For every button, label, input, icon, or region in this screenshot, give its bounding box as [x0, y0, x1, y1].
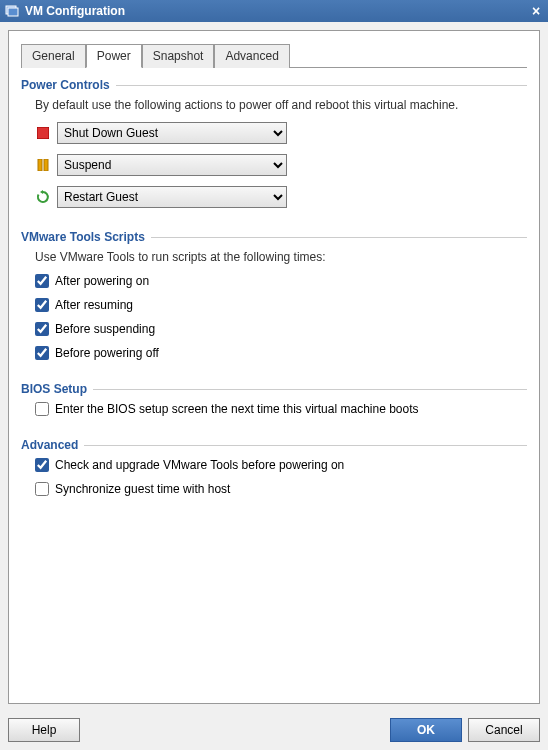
section-bios: BIOS Setup Enter the BIOS setup screen t…: [21, 382, 527, 426]
checkbox-after-power-on[interactable]: After powering on: [35, 274, 527, 288]
section-power-controls: Power Controls By default use the follow…: [21, 78, 527, 218]
help-button[interactable]: Help: [8, 718, 80, 742]
tab-snapshot[interactable]: Snapshot: [142, 44, 215, 68]
checkbox-enter-bios-input[interactable]: [35, 402, 49, 416]
tab-power[interactable]: Power: [86, 44, 142, 68]
tools-scripts-desc: Use VMware Tools to run scripts at the f…: [35, 250, 527, 264]
ok-button[interactable]: OK: [390, 718, 462, 742]
checkbox-after-resuming[interactable]: After resuming: [35, 298, 527, 312]
footer: Help OK Cancel: [8, 710, 540, 742]
section-title-bios: BIOS Setup: [21, 382, 93, 396]
checkbox-before-powering-off-input[interactable]: [35, 346, 49, 360]
section-title-tools-scripts: VMware Tools Scripts: [21, 230, 151, 244]
checkbox-before-powering-off[interactable]: Before powering off: [35, 346, 527, 360]
checkbox-enter-bios[interactable]: Enter the BIOS setup screen the next tim…: [35, 402, 527, 416]
window-body: General Power Snapshot Advanced Power Co…: [0, 22, 548, 750]
restart-icon: [35, 189, 51, 205]
checkbox-sync-time-input[interactable]: [35, 482, 49, 496]
checkbox-sync-time[interactable]: Synchronize guest time with host: [35, 482, 527, 496]
svg-rect-4: [44, 159, 48, 171]
power-controls-desc: By default use the following actions to …: [35, 98, 527, 112]
tab-general[interactable]: General: [21, 44, 86, 68]
pause-icon: [35, 157, 51, 173]
checkbox-before-suspending[interactable]: Before suspending: [35, 322, 527, 336]
svg-rect-1: [8, 8, 18, 16]
checkbox-before-suspending-input[interactable]: [35, 322, 49, 336]
section-title-advanced: Advanced: [21, 438, 84, 452]
cancel-button[interactable]: Cancel: [468, 718, 540, 742]
svg-marker-5: [40, 190, 43, 194]
checkbox-after-resuming-input[interactable]: [35, 298, 49, 312]
suspend-select[interactable]: Suspend: [57, 154, 287, 176]
restart-select[interactable]: Restart Guest: [57, 186, 287, 208]
section-tools-scripts: VMware Tools Scripts Use VMware Tools to…: [21, 230, 527, 370]
shutdown-select[interactable]: Shut Down Guest: [57, 122, 287, 144]
tab-advanced[interactable]: Advanced: [214, 44, 289, 68]
vm-icon: [4, 3, 20, 19]
section-title-power-controls: Power Controls: [21, 78, 116, 92]
checkbox-check-upgrade[interactable]: Check and upgrade VMware Tools before po…: [35, 458, 527, 472]
window-title: VM Configuration: [25, 4, 528, 18]
content-panel: General Power Snapshot Advanced Power Co…: [8, 30, 540, 704]
section-advanced: Advanced Check and upgrade VMware Tools …: [21, 438, 527, 506]
checkbox-after-power-on-input[interactable]: [35, 274, 49, 288]
svg-rect-3: [38, 159, 42, 171]
stop-icon: [35, 125, 51, 141]
checkbox-check-upgrade-input[interactable]: [35, 458, 49, 472]
tab-bar: General Power Snapshot Advanced: [21, 43, 527, 68]
svg-rect-2: [37, 127, 49, 139]
close-icon[interactable]: ×: [528, 3, 544, 19]
titlebar: VM Configuration ×: [0, 0, 548, 22]
